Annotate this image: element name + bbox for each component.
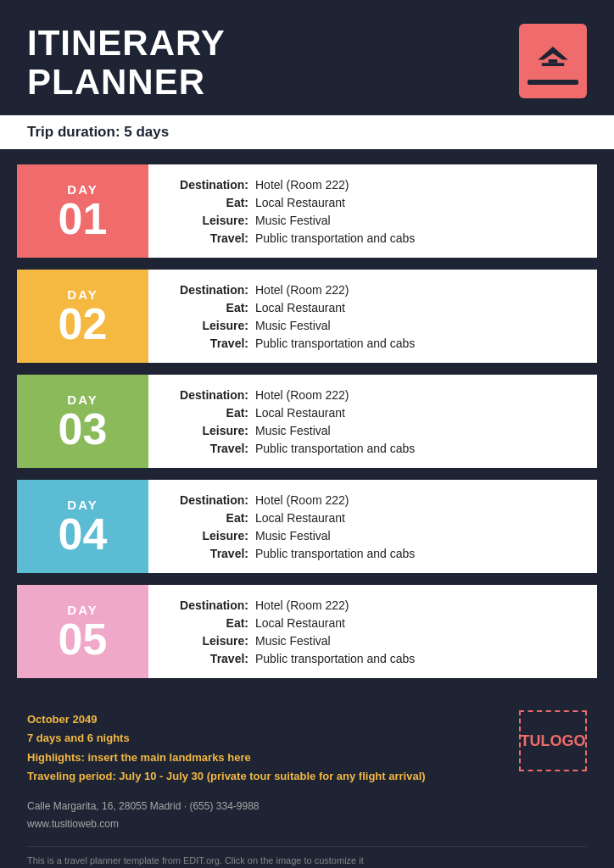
footer-contact: Calle Margarita, 16, 28055 Madrid · (655…: [27, 798, 502, 834]
eat-label-03: Eat:: [164, 406, 248, 420]
book-decoration: [527, 80, 578, 85]
day-card-03: DAY 03 Destination: Hotel (Room 222) Eat…: [17, 375, 597, 468]
day-label-04: DAY 04: [17, 480, 148, 573]
eat-value-02: Local Restaurant: [255, 301, 345, 314]
eat-label-01: Eat:: [164, 196, 248, 209]
leisure-label-03: Leisure:: [164, 424, 248, 437]
travel-label-04: Travel:: [164, 547, 248, 560]
trip-duration-value: 5 days: [124, 124, 169, 140]
eat-label-04: Eat:: [164, 511, 248, 525]
leisure-value-04: Music Festival: [255, 529, 331, 542]
leisure-label-04: Leisure:: [164, 529, 248, 542]
detail-destination-row-03: Destination: Hotel (Room 222): [164, 388, 582, 402]
detail-destination-row-05: Destination: Hotel (Room 222): [164, 598, 582, 612]
travel-label-01: Travel:: [164, 231, 248, 245]
trip-duration-label: Trip duration:: [27, 124, 120, 140]
day-card-04: DAY 04 Destination: Hotel (Room 222) Eat…: [17, 480, 597, 573]
svg-rect-1: [542, 63, 564, 66]
leisure-value-05: Music Festival: [255, 634, 331, 648]
day-card-01: DAY 01 Destination: Hotel (Room 222) Eat…: [17, 164, 597, 258]
detail-travel-row-03: Travel: Public transportation and cabs: [164, 442, 582, 455]
day-number-03: 03: [59, 407, 108, 451]
destination-label-01: Destination:: [164, 178, 248, 192]
footer-highlights-label: Highlights: insert the main landmarks he…: [27, 748, 502, 767]
day-card-05: DAY 05 Destination: Hotel (Room 222) Eat…: [17, 585, 597, 678]
detail-eat-row-03: Eat: Local Restaurant: [164, 406, 582, 420]
travel-label-02: Travel:: [164, 337, 248, 350]
logo-line2: LOGO: [541, 732, 586, 751]
header: ITINERARY PLANNER: [0, 0, 614, 115]
footer-period: Traveling period: July 10 - July 30 (pri…: [27, 767, 502, 786]
detail-eat-row-01: Eat: Local Restaurant: [164, 196, 582, 209]
travel-label-03: Travel:: [164, 442, 248, 455]
day-number-04: 04: [59, 512, 108, 556]
destination-label-04: Destination:: [164, 493, 248, 507]
day-details-03: Destination: Hotel (Room 222) Eat: Local…: [148, 375, 597, 468]
day-label-01: DAY 01: [17, 164, 148, 258]
day-details-02: Destination: Hotel (Room 222) Eat: Local…: [148, 270, 597, 363]
day-details-04: Destination: Hotel (Room 222) Eat: Local…: [148, 480, 597, 573]
detail-leisure-row-03: Leisure: Music Festival: [164, 424, 582, 437]
day-number-05: 05: [59, 617, 108, 661]
airplane-passport-icon: [519, 24, 587, 98]
day-card-02: DAY 02 Destination: Hotel (Room 222) Eat…: [17, 270, 597, 363]
detail-leisure-row-04: Leisure: Music Festival: [164, 529, 582, 542]
detail-destination-row-01: Destination: Hotel (Room 222): [164, 178, 582, 192]
detail-eat-row-05: Eat: Local Restaurant: [164, 616, 582, 630]
footer-highlights: October 2049 7 days and 6 nights Highlig…: [27, 710, 502, 785]
leisure-value-01: Music Festival: [255, 214, 331, 227]
destination-label-02: Destination:: [164, 283, 248, 297]
day-label-03: DAY 03: [17, 375, 148, 468]
travel-value-04: Public transportation and cabs: [255, 547, 415, 560]
travel-value-03: Public transportation and cabs: [255, 442, 415, 455]
destination-label-05: Destination:: [164, 598, 248, 612]
eat-value-04: Local Restaurant: [255, 511, 345, 525]
logo-line1: TU: [521, 732, 541, 751]
travel-value-05: Public transportation and cabs: [255, 652, 415, 665]
eat-label-05: Eat:: [164, 616, 248, 630]
destination-value-02: Hotel (Room 222): [255, 283, 349, 297]
detail-travel-row-05: Travel: Public transportation and cabs: [164, 652, 582, 665]
app-title: ITINERARY PLANNER: [27, 24, 226, 102]
footer-website: www.tusitioweb.com: [27, 815, 502, 834]
destination-value-03: Hotel (Room 222): [255, 388, 349, 402]
leisure-label-01: Leisure:: [164, 214, 248, 227]
destination-value-04: Hotel (Room 222): [255, 493, 349, 507]
detail-leisure-row-02: Leisure: Music Festival: [164, 319, 582, 332]
destination-label-03: Destination:: [164, 388, 248, 402]
footer-info: October 2049 7 days and 6 nights Highlig…: [27, 710, 587, 834]
svg-rect-0: [549, 59, 558, 63]
detail-eat-row-04: Eat: Local Restaurant: [164, 511, 582, 525]
detail-eat-row-02: Eat: Local Restaurant: [164, 301, 582, 314]
leisure-label-05: Leisure:: [164, 634, 248, 648]
leisure-value-03: Music Festival: [255, 424, 331, 437]
day-label-02: DAY 02: [17, 270, 148, 363]
day-label-05: DAY 05: [17, 585, 148, 678]
leisure-label-02: Leisure:: [164, 319, 248, 332]
eat-value-03: Local Restaurant: [255, 406, 345, 420]
destination-value-05: Hotel (Room 222): [255, 598, 349, 612]
day-details-05: Destination: Hotel (Room 222) Eat: Local…: [148, 585, 597, 678]
detail-travel-row-04: Travel: Public transportation and cabs: [164, 547, 582, 560]
footer-text: October 2049 7 days and 6 nights Highlig…: [27, 710, 502, 834]
footer-logo: TU LOGO: [519, 710, 587, 771]
days-container: DAY 01 Destination: Hotel (Room 222) Eat…: [0, 149, 614, 693]
footer-nights: 7 days and 6 nights: [27, 729, 502, 748]
eat-label-02: Eat:: [164, 301, 248, 314]
detail-leisure-row-05: Leisure: Music Festival: [164, 634, 582, 648]
airplane-icon: [534, 37, 572, 75]
footer-disclaimer: This is a travel planner template from E…: [27, 846, 587, 868]
detail-leisure-row-01: Leisure: Music Festival: [164, 214, 582, 227]
day-number-01: 01: [59, 197, 108, 241]
destination-value-01: Hotel (Room 222): [255, 178, 349, 192]
day-number-02: 02: [59, 302, 108, 346]
detail-destination-row-04: Destination: Hotel (Room 222): [164, 493, 582, 507]
footer-date: October 2049: [27, 710, 502, 729]
trip-duration-bar: Trip duration: 5 days: [0, 115, 614, 149]
travel-label-05: Travel:: [164, 652, 248, 665]
detail-travel-row-02: Travel: Public transportation and cabs: [164, 337, 582, 350]
footer-address: Calle Margarita, 16, 28055 Madrid · (655…: [27, 798, 502, 816]
eat-value-05: Local Restaurant: [255, 616, 345, 630]
footer: October 2049 7 days and 6 nights Highlig…: [0, 693, 614, 868]
day-details-01: Destination: Hotel (Room 222) Eat: Local…: [148, 164, 597, 258]
